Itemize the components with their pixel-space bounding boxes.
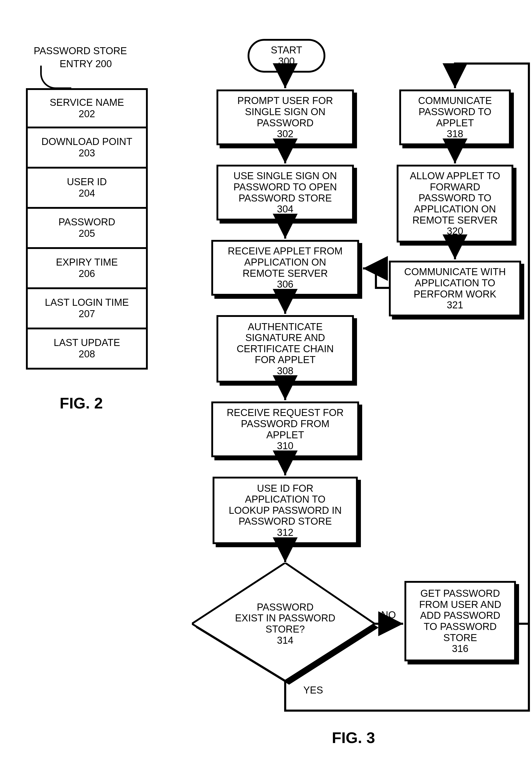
row-ref: 202: [78, 108, 95, 120]
row-label: USER ID: [67, 176, 107, 188]
process-302: PROMPT USER FOR SINGLE SIGN ON PASSWORD …: [216, 89, 354, 145]
node-line: COMMUNICATE: [418, 95, 492, 106]
node-line: PASSWORD TO: [419, 192, 491, 204]
node-line: PASSWORD: [257, 118, 314, 129]
node-line: APPLICATION TO: [415, 277, 495, 289]
table-row: DOWNLOAD POINT 203: [26, 128, 148, 168]
table-row: EXPIRY TIME 206: [26, 249, 148, 289]
node-line: PASSWORD: [257, 602, 314, 613]
row-label: LAST LOGIN TIME: [45, 297, 129, 308]
process-304: USE SINGLE SIGN ON PASSWORD TO OPEN PASS…: [216, 165, 354, 220]
row-ref: 206: [78, 268, 95, 279]
node-line: FOR APPLET: [255, 354, 316, 366]
node-ref: 304: [277, 204, 293, 215]
node-line: PASSWORD STORE: [239, 516, 332, 527]
process-310: RECEIVE REQUEST FOR PASSWORD FROM APPLET…: [211, 401, 359, 457]
table-row: LAST UPDATE 208: [26, 329, 148, 370]
node-line: PASSWORD TO: [419, 106, 491, 118]
node-ref: 318: [447, 128, 463, 140]
process-316: GET PASSWORD FROM USER AND ADD PASSWORD …: [404, 581, 516, 661]
row-ref: 205: [78, 228, 95, 239]
node-line: RECEIVE APPLET FROM: [228, 246, 343, 257]
row-label: DOWNLOAD POINT: [42, 136, 132, 148]
node-ref: 312: [277, 527, 293, 538]
row-ref: 208: [78, 349, 95, 360]
process-312: USE ID FOR APPLICATION TO LOOKUP PASSWOR…: [213, 477, 358, 544]
node-line: STORE?: [266, 624, 305, 635]
node-line: STORE: [443, 632, 477, 643]
node-ref: 300: [278, 56, 294, 67]
node-line: CERTIFICATE CHAIN: [237, 343, 334, 355]
decision-no-label: NO: [381, 609, 396, 621]
node-line: RECEIVE REQUEST FOR: [227, 407, 344, 418]
node-line: ADD PASSWORD: [420, 610, 500, 621]
node-ref: 308: [277, 366, 293, 377]
node-ref: 310: [277, 440, 293, 452]
password-store-entry-table: SERVICE NAME 202 DOWNLOAD POINT 203 USER…: [26, 88, 148, 370]
node-line: PASSWORD STORE: [239, 193, 332, 204]
node-line: PASSWORD TO OPEN: [233, 181, 337, 193]
node-line: APPLET: [436, 118, 474, 129]
fig2-leader-line: [40, 65, 71, 89]
row-label: PASSWORD: [58, 217, 115, 228]
node-ref: 306: [277, 279, 293, 290]
node-line: PROMPT USER FOR: [238, 95, 333, 106]
process-318: COMMUNICATE PASSWORD TO APPLET 318: [399, 89, 511, 145]
decision-314: PASSWORD EXIST IN PASSWORD STORE? 314: [192, 563, 378, 685]
fig3-caption: FIG. 3: [332, 729, 375, 747]
row-label: SERVICE NAME: [50, 97, 124, 108]
node-line: USE ID FOR: [257, 483, 313, 494]
node-line: ALLOW APPLET TO: [410, 170, 500, 181]
row-ref: 204: [78, 188, 95, 199]
node-line: LOOKUP PASSWORD IN: [229, 505, 342, 516]
node-line: PASSWORD FROM: [241, 418, 329, 429]
row-ref: 207: [78, 308, 95, 320]
process-321: COMMUNICATE WITH APPLICATION TO PERFORM …: [389, 261, 521, 316]
node-line: PERFORM WORK: [414, 289, 496, 300]
table-row: SERVICE NAME 202: [26, 88, 148, 128]
node-line: AUTHENTICATE: [248, 321, 323, 333]
fig2-caption: FIG. 2: [59, 394, 103, 412]
node-line: REMOTE SERVER: [243, 268, 328, 279]
node-label: START: [271, 45, 302, 56]
node-line: TO PASSWORD: [424, 621, 497, 632]
row-ref: 203: [78, 148, 95, 159]
node-line: USE SINGLE SIGN ON: [233, 170, 337, 181]
node-ref: 321: [447, 299, 463, 311]
process-320: ALLOW APPLET TO FORWARD PASSWORD TO APPL…: [397, 165, 513, 243]
node-line: SINGLE SIGN ON: [245, 106, 325, 118]
node-line: COMMUNICATE WITH: [404, 266, 506, 277]
node-line: APPLICATION ON: [414, 204, 496, 215]
node-line: REMOTE SERVER: [412, 215, 498, 226]
table-row: USER ID 204: [26, 168, 148, 209]
node-ref: 302: [277, 128, 293, 140]
node-ref: 316: [452, 643, 468, 654]
node-ref: 314: [277, 635, 293, 646]
start-terminator: START 300: [248, 39, 325, 73]
process-306: RECEIVE APPLET FROM APPLICATION ON REMOT…: [211, 240, 359, 296]
node-line: GET PASSWORD: [421, 588, 500, 599]
decision-yes-label: YES: [303, 685, 323, 696]
node-line: APPLET: [266, 429, 304, 441]
node-line: APPLICATION TO: [245, 494, 325, 505]
fig2-header-l1: PASSWORD STORE: [34, 46, 127, 56]
table-row: PASSWORD 205: [26, 209, 148, 249]
node-line: FROM USER AND: [419, 599, 501, 610]
node-line: EXIST IN PASSWORD: [235, 612, 335, 624]
node-line: APPLICATION ON: [244, 257, 326, 268]
row-label: EXPIRY TIME: [56, 257, 118, 268]
row-label: LAST UPDATE: [54, 337, 120, 349]
node-line: FORWARD: [430, 181, 480, 193]
node-line: SIGNATURE AND: [245, 332, 325, 343]
table-row: LAST LOGIN TIME 207: [26, 289, 148, 329]
process-308: AUTHENTICATE SIGNATURE AND CERTIFICATE C…: [216, 315, 354, 382]
node-ref: 320: [447, 226, 463, 237]
